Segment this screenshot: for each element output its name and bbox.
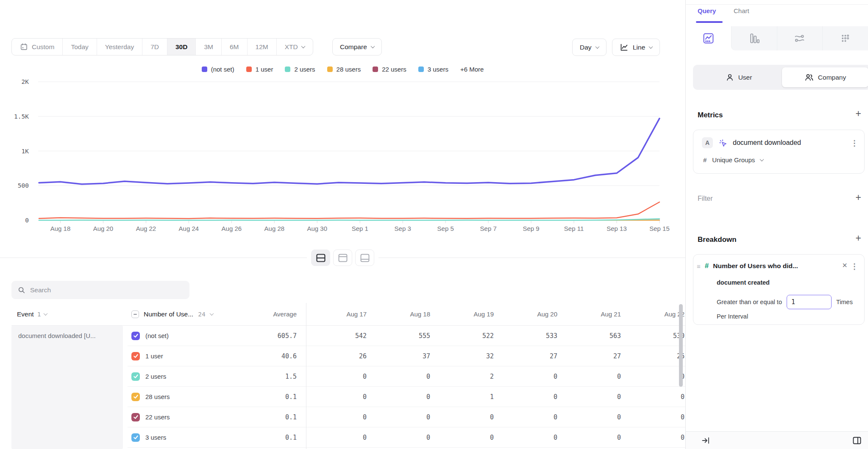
value-cell: 530 <box>638 332 685 340</box>
svg-text:0: 0 <box>25 217 29 224</box>
series-cell[interactable]: 22 users <box>131 413 237 421</box>
line-chart-icon <box>703 33 714 44</box>
hash-icon: # <box>703 156 707 164</box>
indeterminate-checkbox[interactable] <box>131 310 139 318</box>
add-breakdown-button[interactable]: + <box>856 233 861 243</box>
unit-label: Times <box>836 299 853 305</box>
series-label: 2 users <box>145 373 166 380</box>
add-metric-button[interactable]: + <box>856 109 861 119</box>
condition-label: Greater than or equal to <box>717 299 782 305</box>
metrics-section-title: Metrics <box>698 111 723 119</box>
event-column-header[interactable]: Event 1 <box>17 303 47 325</box>
value-cell: 0 <box>511 393 574 401</box>
series-checkbox[interactable] <box>131 332 140 340</box>
value-cell: 26 <box>638 352 685 360</box>
breakdown-card[interactable]: ≡ # Number of Users who did... × ⋮ docum… <box>693 254 865 325</box>
collapse-panel-icon[interactable] <box>701 436 710 447</box>
layout-table-only-button[interactable] <box>355 249 374 266</box>
svg-text:Sep 13: Sep 13 <box>606 225 627 232</box>
svg-text:2K: 2K <box>22 78 29 85</box>
series-checkbox[interactable] <box>131 352 140 360</box>
svg-text:Sep 11: Sep 11 <box>564 225 584 232</box>
layout-chart-only-button[interactable] <box>333 249 352 266</box>
hash-icon: # <box>705 262 709 270</box>
value-cell: 0 <box>638 413 685 421</box>
close-icon[interactable]: × <box>842 261 847 270</box>
tab-query[interactable]: Query <box>698 7 716 14</box>
series-checkbox[interactable] <box>131 393 140 401</box>
series-column-header[interactable]: Number of Use... 24 <box>131 303 213 325</box>
value-cell: 0 <box>511 434 574 441</box>
search-box <box>11 281 189 299</box>
top-pane-icon <box>338 253 348 263</box>
chart-type-line-button[interactable] <box>686 26 731 50</box>
date-column-header: Aug 18 <box>384 303 447 325</box>
chart-type-flow-button[interactable] <box>777 26 823 50</box>
series-count: 24 <box>198 311 205 318</box>
value-cell: 0 <box>574 413 638 421</box>
panel-layout-icon[interactable] <box>852 435 862 447</box>
analytics-app: CustomTodayYesterday7D30D3M6M12MXTD Comp… <box>0 0 868 449</box>
date-column-header: Aug 21 <box>574 303 638 325</box>
breakdown-menu-icon[interactable]: ⋮ <box>851 262 858 271</box>
svg-text:Aug 20: Aug 20 <box>93 225 114 232</box>
search-input[interactable] <box>30 286 183 294</box>
average-column-header: Average <box>237 303 297 325</box>
drag-handle-icon[interactable]: ≡ <box>697 263 701 270</box>
threshold-input[interactable] <box>787 295 832 309</box>
series-checkbox[interactable] <box>131 413 140 421</box>
series-checkbox[interactable] <box>131 433 140 442</box>
series-cell[interactable]: (not set) <box>131 332 237 340</box>
series-cell[interactable]: 1 user <box>131 352 237 360</box>
series-header-label: Number of Use... <box>144 310 193 318</box>
value-cell: 0 <box>574 373 638 380</box>
value-cell: 0 <box>574 393 638 401</box>
value-cell: 555 <box>384 332 447 340</box>
svg-text:1K: 1K <box>22 148 29 155</box>
bottom-pane-icon <box>360 253 370 263</box>
value-cell: 0 <box>320 373 384 380</box>
value-cell: 563 <box>574 332 638 340</box>
chart-type-strip <box>686 26 868 50</box>
entity-user-label: User <box>738 74 752 81</box>
metric-badge: A <box>702 137 713 148</box>
table-row: 1 user 40.6 263732272726 <box>128 346 685 366</box>
dot-grid-icon <box>840 33 851 44</box>
measure-selector[interactable]: # Unique Groups <box>703 156 763 164</box>
svg-text:1.5K: 1.5K <box>14 113 29 120</box>
chart-type-dots-button[interactable] <box>822 26 868 50</box>
series-checkbox[interactable] <box>131 372 140 381</box>
split-view-icon <box>316 253 326 263</box>
line-chart[interactable]: 05001K1.5K2KAug 18Aug 20Aug 22Aug 24Aug … <box>0 0 685 241</box>
check-icon <box>133 333 139 338</box>
layout-split-button[interactable] <box>311 249 330 266</box>
value-cell: 542 <box>320 332 384 340</box>
metric-menu-icon[interactable]: ⋮ <box>851 139 858 148</box>
value-cell: 0 <box>384 413 447 421</box>
entity-user-option[interactable]: User <box>696 67 782 87</box>
svg-text:500: 500 <box>18 182 29 189</box>
metric-card[interactable]: A document downloaded ⋮ # Unique Groups <box>693 130 865 174</box>
add-filter-button[interactable]: + <box>856 193 861 202</box>
entity-company-option[interactable]: Company <box>782 67 868 87</box>
value-cell: 0 <box>447 413 511 421</box>
chart-type-bar-button[interactable] <box>731 26 777 50</box>
chevron-down-icon <box>760 157 764 161</box>
table-scrollbar[interactable] <box>679 304 683 387</box>
active-tab-underline <box>696 21 723 23</box>
average-cell: 40.6 <box>237 352 306 360</box>
table-row: 28 users 0.1 001000 <box>128 387 685 407</box>
tab-chart[interactable]: Chart <box>734 7 749 14</box>
search-icon <box>18 286 25 294</box>
series-label: 3 users <box>145 434 166 441</box>
table-row: 22 users 0.1 000000 <box>128 407 685 427</box>
event-row-label[interactable]: document downloaded [U... <box>11 326 123 449</box>
value-cell: 2 <box>447 373 511 380</box>
svg-text:Aug 26: Aug 26 <box>222 225 242 232</box>
svg-text:Aug 24: Aug 24 <box>179 225 199 232</box>
series-cell[interactable]: 2 users <box>131 372 237 381</box>
value-cell: 0 <box>384 373 447 380</box>
series-cell[interactable]: 3 users <box>131 433 237 442</box>
value-cell: 0 <box>638 393 685 401</box>
series-cell[interactable]: 28 users <box>131 393 237 401</box>
